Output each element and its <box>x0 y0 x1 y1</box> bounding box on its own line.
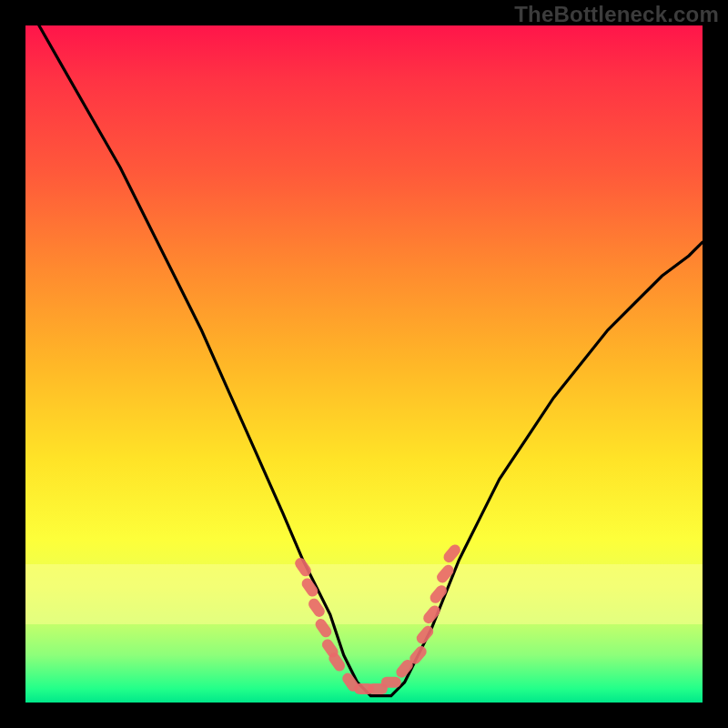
cluster-dot <box>381 677 401 688</box>
highlight-band <box>25 564 703 624</box>
chart-frame <box>25 25 703 703</box>
chart-overlay <box>25 25 703 703</box>
watermark-text: TheBottleneck.com <box>514 2 719 27</box>
